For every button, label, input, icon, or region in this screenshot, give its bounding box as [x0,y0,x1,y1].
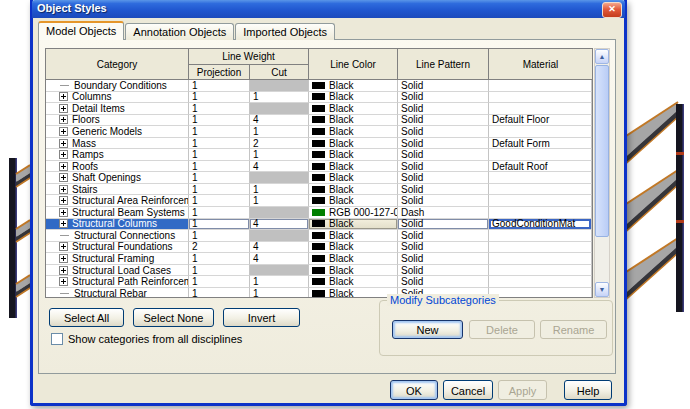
category-cell[interactable]: Mass [46,138,189,150]
material-cell[interactable] [489,195,592,207]
projection-weight-cell[interactable]: 1 [189,103,250,115]
cut-weight-cell[interactable]: 4 [250,115,309,127]
expand-plus-icon[interactable] [59,208,68,217]
delete-subcategory-button[interactable]: Delete [469,320,535,339]
material-cell[interactable] [489,265,592,277]
rename-subcategory-button[interactable]: Rename [540,320,607,339]
material-cell[interactable]: Default Floor [489,115,592,127]
line-color-cell[interactable]: Black [309,276,398,288]
apply-button[interactable]: Apply [498,380,547,400]
line-color-cell[interactable]: Black [309,242,398,254]
cut-weight-cell[interactable] [250,207,309,219]
material-cell[interactable] [489,230,592,242]
expand-plus-icon[interactable] [59,115,68,124]
category-cell[interactable]: Stairs [46,184,189,196]
material-cell[interactable] [489,149,592,161]
cut-weight-cell[interactable]: 1 [250,195,309,207]
expand-plus-icon[interactable] [59,139,68,148]
material-cell[interactable]: GoodConditionMat [489,219,592,231]
expand-plus-icon[interactable] [59,242,68,251]
projection-weight-cell[interactable]: 1 [189,288,250,298]
cut-weight-cell[interactable]: 4 [250,219,309,231]
line-pattern-cell[interactable]: Solid [398,253,489,265]
projection-weight-cell[interactable]: 1 [189,161,250,173]
projection-weight-cell[interactable]: 1 [189,265,250,277]
line-color-cell[interactable]: Black [309,92,398,104]
show-all-disciplines-checkbox-row[interactable]: Show categories from all disciplines [51,333,242,345]
projection-weight-cell[interactable]: 1 [189,115,250,127]
material-cell[interactable] [489,80,592,92]
projection-weight-cell[interactable]: 1 [189,92,250,104]
expand-plus-icon[interactable] [59,266,68,275]
line-color-cell[interactable]: Black [309,80,398,92]
material-cell[interactable] [489,126,592,138]
expand-plus-icon[interactable] [59,162,68,171]
projection-weight-cell[interactable]: 1 [189,253,250,265]
cut-weight-cell[interactable] [250,230,309,242]
tab-annotation-objects[interactable]: Annotation Objects [125,23,234,40]
line-pattern-cell[interactable]: Solid [398,172,489,184]
line-color-cell[interactable]: Black [309,265,398,277]
projection-weight-cell[interactable]: 1 [189,276,250,288]
material-cell[interactable] [489,242,592,254]
projection-weight-cell[interactable]: 1 [189,149,250,161]
cut-weight-cell[interactable] [250,265,309,277]
line-color-cell[interactable]: Black [309,115,398,127]
cut-weight-cell[interactable]: 1 [250,276,309,288]
category-cell[interactable]: Floors [46,115,189,127]
material-cell[interactable] [489,92,592,104]
select-none-button[interactable]: Select None [133,308,214,327]
line-color-cell[interactable]: Black [309,138,398,150]
line-color-cell[interactable]: Black [309,184,398,196]
line-pattern-cell[interactable]: Solid [398,242,489,254]
expand-plus-icon[interactable] [59,104,68,113]
line-color-cell[interactable]: Black [309,253,398,265]
projection-weight-cell[interactable]: 1 [189,80,250,92]
line-color-cell[interactable]: Black [309,161,398,173]
expand-plus-icon[interactable] [59,92,68,101]
line-pattern-cell[interactable]: Solid [398,115,489,127]
category-cell[interactable]: Structural Beam Systems [46,207,189,219]
expand-plus-icon[interactable] [59,185,68,194]
projection-weight-cell[interactable]: 1 [189,138,250,150]
tab-model-objects[interactable]: Model Objects [38,21,124,40]
cancel-button[interactable]: Cancel [443,380,493,400]
line-color-cell[interactable]: Black [309,126,398,138]
scroll-up-icon[interactable]: ▲ [595,49,609,64]
category-cell[interactable]: Ramps [46,149,189,161]
material-cell[interactable] [489,207,592,219]
projection-weight-cell[interactable]: 1 [189,126,250,138]
projection-weight-cell[interactable]: 2 [189,242,250,254]
cut-weight-cell[interactable]: 4 [250,242,309,254]
cut-weight-cell[interactable]: 4 [250,253,309,265]
cut-weight-cell[interactable]: 1 [250,126,309,138]
cut-weight-cell[interactable]: 1 [250,92,309,104]
projection-weight-cell[interactable]: 1 [189,219,250,231]
category-cell[interactable]: Structural Connections [46,230,189,242]
line-pattern-cell[interactable]: Solid [398,276,489,288]
line-color-cell[interactable]: Black [309,103,398,115]
line-color-cell[interactable]: Black [309,195,398,207]
category-cell[interactable]: Shaft Openings [46,172,189,184]
line-color-cell[interactable]: Black [309,219,398,231]
material-cell[interactable] [489,103,592,115]
expand-plus-icon[interactable] [59,254,68,263]
category-cell[interactable]: Structural Framing [46,253,189,265]
material-cell[interactable] [489,253,592,265]
cut-weight-cell[interactable]: 1 [250,288,309,298]
category-cell[interactable]: Structural Rebar [46,288,189,298]
cut-weight-cell[interactable] [250,172,309,184]
line-pattern-cell[interactable]: Solid [398,149,489,161]
cut-weight-cell[interactable]: 1 [250,149,309,161]
close-icon[interactable]: ✕ [602,2,622,18]
projection-weight-cell[interactable]: 1 [189,207,250,219]
projection-weight-cell[interactable]: 1 [189,230,250,242]
tab-imported-objects[interactable]: Imported Objects [235,23,335,40]
cut-weight-cell[interactable] [250,80,309,92]
ok-button[interactable]: OK [390,380,438,400]
expand-plus-icon[interactable] [59,277,68,286]
material-cell[interactable] [489,288,592,298]
line-pattern-cell[interactable]: Solid [398,92,489,104]
line-pattern-cell[interactable]: Solid [398,80,489,92]
category-cell[interactable]: Roofs [46,161,189,173]
